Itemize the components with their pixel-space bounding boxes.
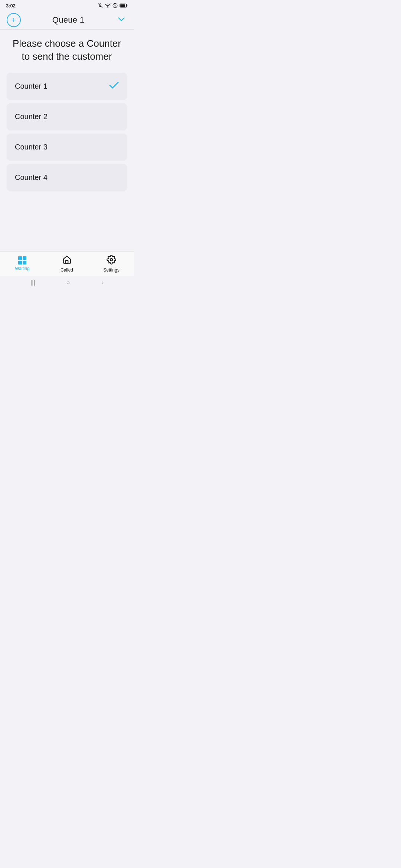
tab-settings[interactable]: Settings xyxy=(89,255,134,273)
battery-icon xyxy=(120,3,128,8)
svg-line-2 xyxy=(114,4,117,7)
tab-called[interactable]: Called xyxy=(45,255,89,273)
counter-label-2: Counter 2 xyxy=(15,112,48,121)
home-button[interactable]: ○ xyxy=(66,279,70,286)
header-title: Queue 1 xyxy=(52,15,85,25)
house-icon xyxy=(62,255,72,266)
bottom-nav: Waiting Called Settings xyxy=(0,251,134,276)
counter-check-1 xyxy=(109,81,119,91)
status-bar: 3:02 xyxy=(0,0,134,10)
main-content: Please choose a Counter to send the cust… xyxy=(0,30,134,251)
svg-point-0 xyxy=(107,7,108,8)
system-nav-bar: ||| ○ ‹ xyxy=(0,276,134,289)
blocked-icon xyxy=(113,3,118,8)
status-icons xyxy=(98,3,128,8)
waiting-grid-icon xyxy=(18,256,26,264)
counter-label-1: Counter 1 xyxy=(15,82,48,91)
counter-item-1[interactable]: Counter 1 xyxy=(7,73,127,99)
tab-waiting[interactable]: Waiting xyxy=(0,256,45,271)
counter-item-3[interactable]: Counter 3 xyxy=(7,134,127,160)
svg-point-6 xyxy=(110,258,113,261)
svg-rect-5 xyxy=(66,260,68,263)
counter-item-2[interactable]: Counter 2 xyxy=(7,103,127,130)
counter-label-4: Counter 4 xyxy=(15,173,48,182)
instruction-text: Please choose a Counter to send the cust… xyxy=(7,37,127,63)
tab-waiting-label: Waiting xyxy=(15,266,30,271)
dropdown-button[interactable] xyxy=(116,14,127,26)
svg-rect-4 xyxy=(120,4,125,7)
counter-list: Counter 1 Counter 2 Counter 3 Counter 4 xyxy=(7,73,127,191)
wifi-icon xyxy=(105,3,111,8)
tab-settings-label: Settings xyxy=(103,267,119,273)
counter-item-4[interactable]: Counter 4 xyxy=(7,164,127,191)
chevron-down-icon xyxy=(117,16,125,22)
tab-called-label: Called xyxy=(61,267,73,273)
counter-label-3: Counter 3 xyxy=(15,143,48,151)
add-button[interactable]: + xyxy=(7,13,21,27)
recent-apps-button[interactable]: ||| xyxy=(30,279,35,286)
mute-icon xyxy=(98,3,103,8)
gear-icon xyxy=(107,255,116,266)
app-header: + Queue 1 xyxy=(0,10,134,30)
back-button[interactable]: ‹ xyxy=(101,279,103,286)
status-time: 3:02 xyxy=(6,3,16,9)
